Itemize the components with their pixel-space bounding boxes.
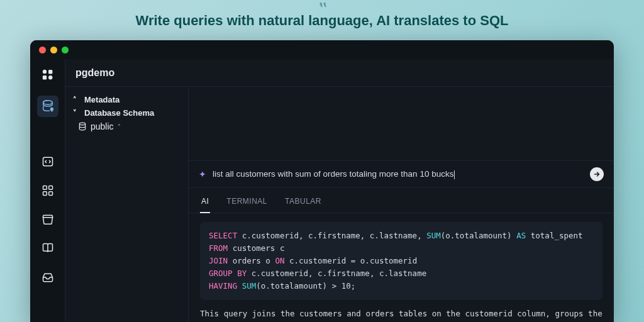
- minimize-icon[interactable]: [50, 47, 57, 53]
- app-window: pgdemo ˄ Metadata ˅ Database Schema: [30, 40, 614, 322]
- page-title: pgdemo: [65, 59, 614, 87]
- prompt-text-value: list all customers with sum of orders to…: [213, 169, 453, 179]
- tree-schema[interactable]: ˅ Database Schema: [65, 106, 188, 119]
- schema-parent-label: public: [91, 121, 114, 131]
- chevron-down-icon: ˅: [73, 109, 80, 117]
- svg-point-4: [43, 101, 52, 104]
- workspace: ✦ list all customers with sum of orders …: [189, 87, 614, 322]
- svg-rect-6: [43, 186, 47, 190]
- sparkle-icon: ✦: [199, 169, 206, 179]
- tree-label: Database Schema: [84, 108, 154, 118]
- nav-rail: [30, 59, 65, 322]
- tab-tabular[interactable]: TABULAR: [284, 193, 323, 213]
- editor-placeholder: [189, 87, 614, 161]
- tree-label: Metadata: [84, 95, 119, 104]
- svg-rect-5: [43, 157, 52, 165]
- sql-code-block[interactable]: SELECT c.customerid, c.firstname, c.last…: [200, 222, 602, 300]
- chevron-up-icon: ˄: [73, 96, 80, 104]
- quote-icon: ‟: [318, 0, 326, 21]
- code-icon[interactable]: [40, 153, 56, 170]
- svg-rect-9: [48, 192, 52, 196]
- result-panel: SELECT c.customerid, c.firstname, c.last…: [189, 213, 614, 322]
- close-icon[interactable]: [39, 47, 46, 53]
- inbox-icon[interactable]: [40, 269, 56, 286]
- archive-icon[interactable]: [40, 211, 56, 228]
- maximize-icon[interactable]: [62, 47, 69, 53]
- schema-parent[interactable]: public ˄: [65, 119, 188, 133]
- tab-terminal[interactable]: TERMINAL: [225, 193, 269, 213]
- schema-sidebar: ˄ Metadata ˅ Database Schema public ˄: [65, 87, 189, 322]
- logo-icon[interactable]: [40, 67, 56, 83]
- tab-ai[interactable]: AI: [200, 193, 210, 213]
- run-button[interactable]: [590, 167, 604, 181]
- svg-point-0: [42, 70, 46, 74]
- tree-metadata[interactable]: ˄ Metadata: [65, 93, 188, 106]
- text-cursor: [454, 170, 455, 179]
- book-icon[interactable]: [40, 240, 56, 257]
- database-small-icon: [78, 122, 87, 131]
- titlebar: [30, 40, 614, 59]
- prompt-input[interactable]: list all customers with sum of orders to…: [213, 169, 584, 179]
- database-icon[interactable]: [37, 96, 58, 117]
- svg-rect-7: [48, 186, 52, 190]
- svg-rect-2: [42, 75, 46, 79]
- prompt-bar: ✦ list all customers with sum of orders …: [189, 161, 614, 188]
- chevron-up-icon: ˄: [118, 123, 121, 130]
- svg-rect-8: [43, 192, 47, 196]
- explanation-text: This query joins the customers and order…: [200, 308, 602, 322]
- svg-point-10: [79, 123, 85, 125]
- result-tabs: AI TERMINAL TABULAR: [189, 188, 614, 213]
- svg-point-3: [48, 75, 52, 79]
- svg-rect-1: [48, 70, 52, 74]
- apps-icon[interactable]: [40, 182, 56, 199]
